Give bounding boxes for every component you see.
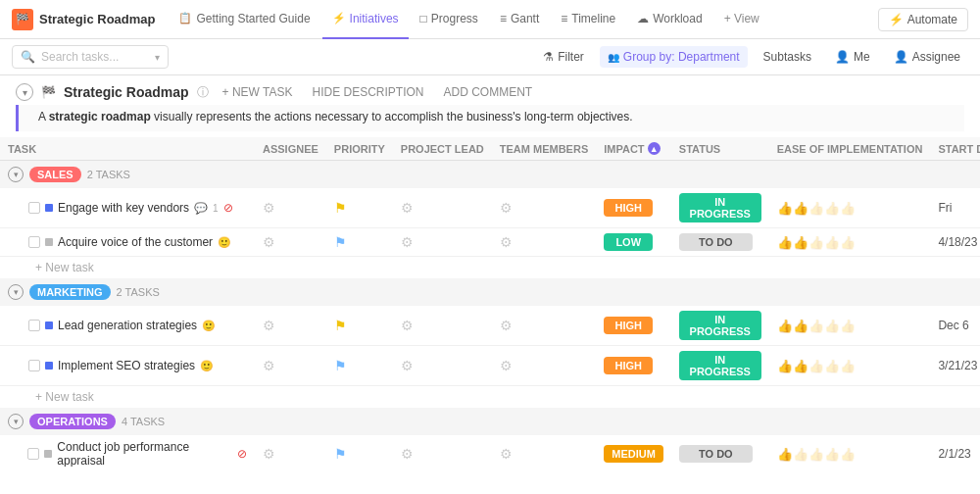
impact-badge: HIGH [604, 199, 653, 217]
col-start: START DATE [930, 137, 980, 161]
tab-progress[interactable]: □ Progress [411, 0, 488, 39]
ease-thumbs: 👍👍👍👍👍 [777, 235, 856, 250]
hide-description-button[interactable]: HIDE DESCRIPTION [307, 83, 430, 101]
stop-icon: ⊘ [223, 201, 233, 215]
status-badge: TO DO [679, 445, 753, 463]
lead-icon: ⚙ [401, 318, 414, 333]
task-cell: Lead generation strategies 🙂 [8, 319, 247, 332]
col-status: STATUS [671, 137, 769, 161]
table-row: Acquire voice of the customer 🙂 ⚙ ⚑ ⚙ ⚙ … [0, 228, 980, 257]
impact-badge: HIGH [604, 317, 653, 334]
tab-add-view[interactable]: + View [714, 0, 769, 39]
task-check[interactable] [28, 320, 40, 331]
filter-icon: ⚗ [543, 50, 554, 64]
table-row: Engage with key vendors 💬 1 ⊘ ⚙ ⚑ ⚙ ⚙ HI… [0, 188, 980, 228]
lead-icon: ⚙ [401, 446, 414, 462]
team-icon: ⚙ [500, 318, 513, 333]
group-icon: 👥 [608, 52, 619, 63]
assignee-icon: ⚙ [263, 446, 275, 462]
table-row: Implement SEO strategies 🙂 ⚙ ⚑ ⚙ ⚙ HIGH … [0, 346, 980, 386]
automate-button[interactable]: ⚡ Automate [878, 8, 968, 31]
sales-count: 2 TASKS [87, 169, 130, 180]
task-name: Engage with key vendors [58, 201, 189, 215]
table-header: TASK ASSIGNEE PRIORITY PROJECT LEAD TEAM… [0, 137, 980, 161]
add-comment-button[interactable]: ADD COMMENT [438, 83, 539, 101]
lead-icon: ⚙ [401, 358, 414, 373]
team-icon: ⚙ [500, 358, 513, 373]
description-block: A strategic roadmap visually represents … [16, 105, 964, 131]
sales-collapse[interactable]: ▾ [8, 167, 24, 182]
assignee-icon: ⚙ [263, 318, 275, 333]
ease-thumbs: 👍👍👍👍👍 [777, 447, 856, 462]
task-indicator [45, 321, 53, 329]
col-ease: EASE OF IMPLEMENTATION [769, 137, 931, 161]
task-cell: Engage with key vendors 💬 1 ⊘ [8, 201, 247, 215]
tab-initiatives[interactable]: ⚡ Initiatives [322, 0, 409, 39]
task-check[interactable] [28, 360, 40, 371]
lead-icon: ⚙ [401, 200, 414, 216]
col-assignee: ASSIGNEE [255, 137, 326, 161]
tab-guide[interactable]: 📋 Getting Started Guide [169, 0, 319, 39]
group-header-marketing: ▾ MARKETING 2 TASKS [0, 278, 980, 306]
operations-count: 4 TASKS [122, 416, 165, 427]
subtasks-button[interactable]: Subtasks [756, 46, 819, 68]
status-badge: IN PROGRESS [679, 311, 761, 340]
new-task-row[interactable]: + New task [0, 257, 980, 279]
task-check[interactable] [28, 236, 40, 248]
operations-collapse[interactable]: ▾ [8, 414, 24, 429]
smiley-icon: 🙂 [200, 360, 214, 372]
marketing-badge: MARKETING [29, 284, 111, 300]
operations-badge: OPERATIONS [29, 414, 116, 429]
table-container: TASK ASSIGNEE PRIORITY PROJECT LEAD TEAM… [0, 137, 980, 467]
task-indicator [45, 204, 53, 212]
search-box[interactable]: 🔍 Search tasks... ▾ [12, 45, 169, 69]
start-date: 3/21/23 [938, 359, 977, 372]
search-chevron: ▾ [155, 52, 160, 63]
collapse-toggle[interactable]: ▾ [16, 83, 33, 101]
team-icon: ⚙ [500, 234, 513, 250]
timeline-icon: ≡ [561, 12, 567, 25]
me-button[interactable]: 👤 Me [827, 46, 878, 68]
tab-timeline[interactable]: ≡ Timeline [551, 0, 625, 39]
group-by-button[interactable]: 👥 Group by: Department [600, 46, 748, 68]
gantt-icon: ≡ [500, 12, 507, 25]
impact-badge: LOW [604, 233, 653, 251]
new-task-row[interactable]: + New task [0, 386, 980, 409]
new-task-button[interactable]: + NEW TASK [217, 83, 299, 101]
group-header-operations: ▾ OPERATIONS 4 TASKS [0, 408, 980, 435]
team-icon: ⚙ [500, 200, 513, 216]
guide-icon: 📋 [178, 12, 192, 25]
col-priority: PRIORITY [326, 137, 393, 161]
task-name: Conduct job performance appraisal [57, 440, 232, 467]
page-title: Strategic Roadmap [64, 84, 189, 100]
task-cell: Acquire voice of the customer 🙂 [8, 235, 247, 249]
start-date: Dec 6 [938, 319, 968, 332]
assignee-button[interactable]: 👤 Assignee [886, 46, 968, 68]
assignee-icon: 👤 [894, 50, 908, 64]
task-cell: Conduct job performance appraisal ⊘ [8, 440, 247, 467]
marketing-collapse[interactable]: ▾ [8, 284, 24, 300]
task-indicator [44, 450, 52, 458]
project-icon: 🏁 [41, 85, 56, 99]
chat-count: 1 [213, 203, 219, 214]
task-name: Acquire voice of the customer [58, 235, 213, 249]
ease-thumbs: 👍👍👍👍👍 [777, 201, 856, 216]
tab-gantt[interactable]: ≡ Gantt [490, 0, 549, 39]
col-lead: PROJECT LEAD [393, 137, 492, 161]
chat-icon: 💬 [194, 202, 208, 215]
flag-icon: ⚑ [334, 234, 347, 250]
assignee-icon: ⚙ [263, 200, 275, 216]
stop-icon: ⊘ [237, 447, 247, 461]
search-placeholder: Search tasks... [41, 50, 119, 64]
task-check[interactable] [27, 448, 39, 460]
workload-icon: ☁ [637, 12, 649, 25]
assignee-icon: ⚙ [263, 358, 275, 373]
me-icon: 👤 [835, 50, 850, 64]
top-nav: 🏁 Strategic Roadmap 📋 Getting Started Gu… [0, 0, 980, 39]
col-impact: IMPACT ▲ [596, 137, 671, 161]
progress-icon: □ [420, 12, 427, 25]
filter-button[interactable]: ⚗ Filter [535, 46, 592, 68]
task-check[interactable] [28, 202, 40, 214]
sales-badge: SALES [29, 167, 81, 182]
tab-workload[interactable]: ☁ Workload [627, 0, 711, 39]
